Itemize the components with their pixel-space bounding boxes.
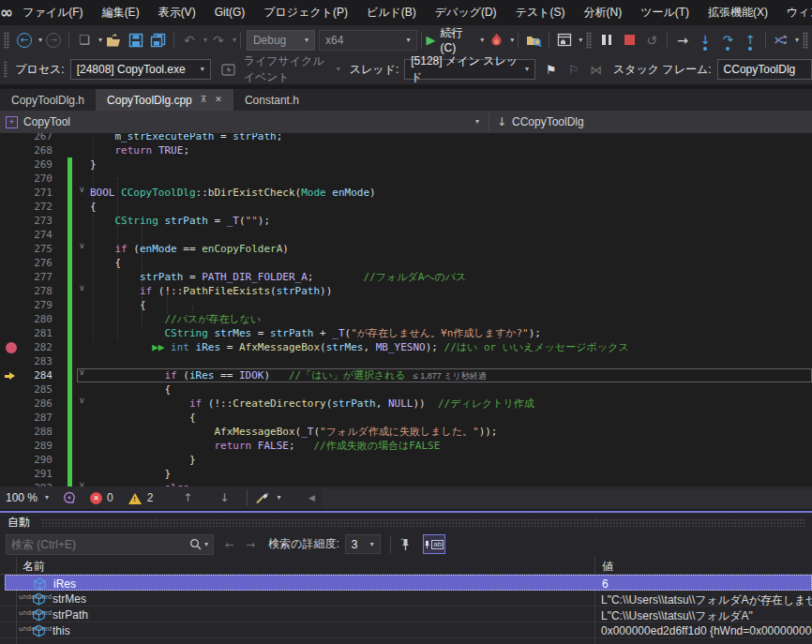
zoom-selector[interactable]: 100 % ▾	[0, 491, 54, 504]
toolbar-grip[interactable]	[586, 32, 592, 49]
continue-button[interactable]: ▶ 続行(C) ▾	[427, 29, 485, 52]
pin-properties-button[interactable]	[396, 533, 416, 556]
code-line-273[interactable]: 273 CString strPath = _T("");	[0, 214, 812, 228]
code-line-271[interactable]: 271∨BOOL CCopyToolDlg::bDirExistCheck(Mo…	[0, 186, 812, 200]
code-line-288[interactable]: 288 AfxMessageBox(_T("フォルダ作成に失敗しました。"));	[0, 425, 812, 439]
watch-row-strPath[interactable]: undefinedstrPathL"C:\\Users\\tatsu\\フォルダ…	[0, 607, 812, 622]
code-line-289[interactable]: 289 return FALSE; //作成失敗の場合はFALSE	[0, 439, 812, 453]
code-line-276[interactable]: 276 {	[0, 256, 812, 270]
code-line-272[interactable]: 272{	[0, 200, 812, 214]
perf-tip[interactable]: ≤ 1,877 ミリ秒経過	[414, 371, 487, 381]
window-dropdown[interactable]: ▾	[579, 37, 582, 44]
code-line-285[interactable]: 285 {	[0, 382, 812, 397]
error-count[interactable]: 0	[107, 491, 113, 504]
horizontal-scrollbar[interactable]	[323, 489, 812, 509]
restart-button[interactable]: ↺	[641, 29, 662, 52]
watch-row-this[interactable]: undefinedthis0x000000ed2d6ff1d0 {hWnd=0x…	[0, 622, 812, 638]
save-all-button[interactable]	[148, 29, 169, 52]
variable-value[interactable]: L"C:\\Users\\tatsu\\フォルダAが存在しません	[601, 592, 812, 608]
code-line-290[interactable]: 290 }	[0, 453, 812, 467]
panel-drag-grip[interactable]	[41, 518, 806, 527]
fold-chevron-icon[interactable]: ∨	[79, 368, 90, 377]
solution-configuration-combo[interactable]: Debug ▾	[247, 30, 315, 51]
search-input[interactable]	[11, 538, 189, 551]
find-in-files-button[interactable]	[523, 29, 544, 52]
fold-chevron-icon[interactable]: ∨	[79, 186, 90, 194]
save-button[interactable]	[126, 29, 146, 52]
code-line-275[interactable]: 275∨ if (enMode == enCopyFolderA)	[0, 242, 812, 256]
search-depth-combo[interactable]: 3 ▾	[345, 534, 381, 554]
redo-button[interactable]: ↷	[208, 29, 229, 52]
scroll-left-button[interactable]: ◀	[301, 487, 322, 509]
project-dropdown-icon[interactable]: ▾	[475, 118, 479, 126]
code-line-291[interactable]: 291 }	[0, 467, 812, 481]
menu-item-d[interactable]: デバッグ(D)	[426, 0, 506, 25]
pin-tab-icon[interactable]: ⊼	[201, 96, 207, 104]
variable-value[interactable]: 0x000000ed2d6ff1d0 {hWnd=0x00000000001	[601, 624, 812, 637]
toolbar-grip[interactable]	[4, 61, 8, 78]
solution-platform-combo[interactable]: x64 ▾	[319, 30, 417, 51]
toolbar-grip[interactable]	[4, 32, 9, 49]
tab-constant.h[interactable]: Constant.h	[233, 89, 310, 111]
menu-item-w[interactable]: ウィンドウ(W)	[777, 0, 812, 25]
warning-count-icon[interactable]: !	[128, 492, 143, 504]
code-line-284[interactable]: 284∨ if (iRes == IDOK) //「はい」が選択される≤ 1,8…	[0, 368, 812, 382]
show-threads-button[interactable]	[771, 29, 791, 52]
warning-count[interactable]: 2	[147, 491, 154, 504]
code-cleanup-dropdown[interactable]: ▾	[277, 494, 280, 502]
member-dropdown[interactable]: CCopyToolDlg	[512, 115, 584, 128]
undo-button[interactable]: ↶	[179, 29, 200, 52]
stack-frame-combo[interactable]: CCopyToolDlg	[717, 59, 812, 80]
menu-item-gitg[interactable]: Git(G)	[205, 0, 255, 25]
fold-chevron-icon[interactable]: ∨	[79, 242, 90, 250]
navigate-forward-button[interactable]: →	[43, 29, 64, 52]
code-line-277[interactable]: 277 strPath = PATH_DIR_FOLDER_A; //フォルダA…	[0, 270, 812, 284]
fold-chevron-icon[interactable]: ∨	[79, 397, 90, 405]
code-line-278[interactable]: 278∨ if (!::PathFileExists(strPath))	[0, 284, 812, 298]
value-column-header[interactable]: 値	[602, 559, 613, 575]
show-next-statement-button[interactable]: →	[672, 29, 693, 52]
parallel-stacks-button[interactable]: ⋈	[586, 58, 607, 81]
step-into-button[interactable]: ↓	[695, 29, 715, 52]
process-combo[interactable]: [24808] CopyTool.exe ▾	[70, 59, 211, 80]
undo-dropdown[interactable]: ▾	[203, 37, 207, 44]
autos-title-bar[interactable]: 自動	[0, 513, 812, 532]
code-line-281[interactable]: 281 CString strMes = strPath + _T("が存在しま…	[0, 326, 812, 340]
menu-item-e[interactable]: 編集(E)	[93, 0, 149, 25]
tab-copytooldlg.h[interactable]: CopyToolDlg.h	[0, 89, 96, 111]
watch-search-box[interactable]: ▾	[6, 534, 214, 555]
breakpoint-icon[interactable]	[6, 342, 17, 353]
code-line-287[interactable]: 287 {	[0, 411, 812, 425]
code-line-270[interactable]: 270	[0, 172, 812, 186]
code-line-279[interactable]: 279 {	[0, 298, 812, 312]
menu-item-x[interactable]: 拡張機能(X)	[699, 0, 777, 25]
previous-issue-button[interactable]: ↑	[177, 487, 198, 509]
code-line-286[interactable]: 286∨ if (!::CreateDirectory(strPath, NUL…	[0, 397, 812, 411]
toolbar-grip[interactable]	[803, 32, 808, 49]
variable-value[interactable]: 6	[602, 577, 609, 591]
menu-item-t[interactable]: ツール(T)	[631, 0, 699, 25]
code-line-268[interactable]: 268 return TRUE;	[0, 143, 812, 157]
lifecycle-events-button[interactable]	[218, 58, 239, 81]
code-editor[interactable]: 267 m_strExecutePath = strPath;268 retur…	[0, 133, 812, 487]
step-over-button[interactable]: ↷	[717, 29, 738, 52]
hot-reload-button[interactable]	[486, 29, 506, 52]
close-tab-icon[interactable]: ✕	[215, 96, 222, 104]
flagged-threads-only-button[interactable]: ⚐	[564, 58, 584, 81]
code-line-269[interactable]: 269}	[0, 157, 812, 172]
new-item-dropdown[interactable]: ▾	[98, 37, 102, 44]
hot-reload-dropdown[interactable]: ▾	[510, 37, 514, 44]
menu-item-p[interactable]: プロジェクト(P)	[254, 0, 357, 25]
watch-row-iRes[interactable]: iRes6	[5, 575, 812, 591]
watch-row-strMes[interactable]: undefinedstrMesL"C:\\Users\\tatsu\\フォルダA…	[0, 591, 812, 607]
next-issue-button[interactable]: ↓	[214, 487, 234, 509]
intellicode-icon[interactable]	[62, 491, 77, 505]
tab-copytooldlg.cpp[interactable]: CopyToolDlg.cpp⊼✕	[96, 89, 233, 111]
name-column-header[interactable]: 名前	[23, 559, 45, 575]
error-count-icon[interactable]: ✕	[90, 492, 102, 504]
redo-dropdown[interactable]: ▾	[233, 37, 236, 44]
search-back-button[interactable]: ←	[225, 539, 234, 550]
threads-dropdown[interactable]: ▾	[795, 37, 799, 44]
menu-item-n[interactable]: 分析(N)	[574, 0, 631, 25]
code-line-282[interactable]: 282 ▶▶ int iRes = AfxMessageBox(strMes, …	[0, 340, 812, 354]
